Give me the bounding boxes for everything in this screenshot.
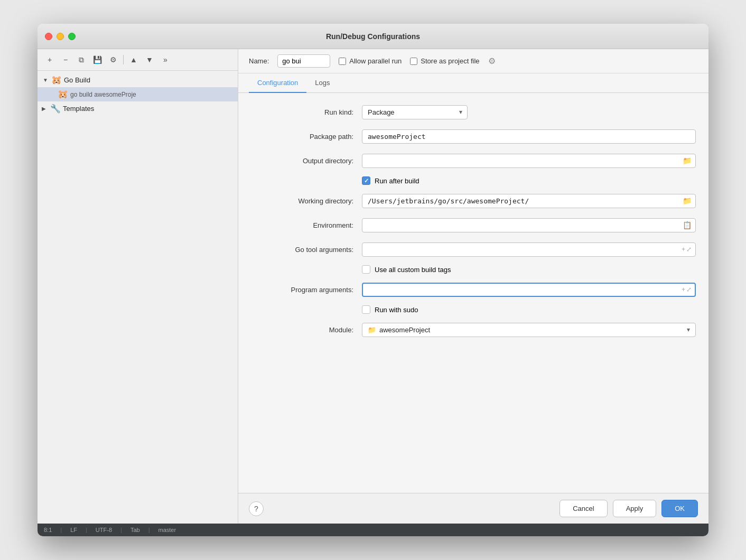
- apply-button[interactable]: Apply: [613, 500, 657, 517]
- go-build-group-label: Go Build: [64, 76, 90, 84]
- output-dir-browse-button[interactable]: 📁: [679, 154, 695, 167]
- working-dir-input[interactable]: [362, 194, 696, 208]
- run-after-build-row: Run after build: [362, 176, 696, 185]
- cancel-button[interactable]: Cancel: [559, 500, 607, 517]
- indent-type: Tab: [130, 527, 140, 533]
- package-path-row: Package path:: [251, 128, 696, 145]
- output-dir-input[interactable]: [362, 154, 696, 168]
- working-dir-input-wrapper: 📁: [362, 194, 696, 208]
- module-label: Module:: [251, 326, 362, 334]
- status-bar: 8:1 | LF | UTF-8 | Tab | master: [38, 524, 708, 536]
- run-kind-select-wrapper: Package: [362, 105, 468, 119]
- package-path-input[interactable]: [362, 129, 696, 144]
- remove-config-button[interactable]: −: [59, 53, 72, 66]
- run-with-sudo-label: Run with sudo: [375, 306, 418, 314]
- bottom-bar: ? Cancel Apply OK: [238, 493, 708, 524]
- run-kind-select[interactable]: Package: [362, 105, 468, 119]
- action-buttons: Cancel Apply OK: [559, 500, 698, 517]
- go-tool-args-control: + ⤢: [362, 242, 696, 257]
- run-with-sudo-row: Run with sudo: [362, 305, 696, 314]
- allow-parallel-checkbox[interactable]: [339, 58, 346, 65]
- working-dir-row: Working directory: 📁: [251, 192, 696, 209]
- environment-input[interactable]: [362, 218, 696, 232]
- sidebar: + − ⧉ 💾 ⚙ ▲ ▼ » ▼ 🐹 Go Build 🐹 go build …: [38, 49, 238, 524]
- environment-control: 📋: [362, 218, 696, 232]
- module-row: Module: 📁 awesomeProject: [251, 321, 696, 338]
- add-config-button[interactable]: +: [43, 53, 57, 66]
- run-after-build-label: Run after build: [375, 177, 419, 185]
- module-select[interactable]: 📁 awesomeProject: [362, 323, 696, 337]
- go-tool-args-input-wrapper: + ⤢: [362, 242, 696, 257]
- run-after-build-checkbox[interactable]: [362, 176, 370, 185]
- run-kind-row: Run kind: Package: [251, 104, 696, 120]
- working-dir-browse-button[interactable]: 📁: [679, 194, 695, 207]
- environment-label: Environment:: [251, 221, 362, 229]
- go-build-group-icon: 🐹: [51, 75, 62, 85]
- allow-parallel-label: Allow parallel run: [349, 57, 402, 65]
- ok-button[interactable]: OK: [661, 500, 698, 517]
- encoding: UTF-8: [96, 527, 112, 533]
- run-with-sudo-checkbox[interactable]: [362, 305, 370, 314]
- module-folder-icon: 📁: [368, 326, 376, 334]
- tree-expand-arrow: ▼: [43, 77, 49, 83]
- run-kind-label: Run kind:: [251, 108, 362, 116]
- right-panel: Name: Allow parallel run Store as projec…: [238, 49, 708, 524]
- program-args-input[interactable]: [362, 283, 696, 297]
- expand-icon: ⤢: [686, 286, 692, 293]
- cursor-position: 8:1: [44, 527, 52, 533]
- minimize-button[interactable]: [57, 33, 64, 40]
- more-options-button[interactable]: »: [158, 53, 172, 66]
- go-tool-args-label: Go tool arguments:: [251, 246, 362, 254]
- templates-label: Templates: [63, 105, 94, 113]
- tab-logs[interactable]: Logs: [306, 73, 338, 93]
- toolbar-separator: [123, 55, 124, 64]
- templates-item[interactable]: ▶ 🔧 Templates: [38, 101, 238, 116]
- store-settings-gear-icon[interactable]: ⚙: [488, 56, 496, 66]
- env-list-icon: 📋: [683, 221, 692, 229]
- go-build-group-item[interactable]: ▼ 🐹 Go Build: [38, 73, 238, 87]
- custom-build-tags-row: Use all custom build tags: [362, 265, 696, 274]
- store-as-project-checkbox[interactable]: [410, 58, 417, 65]
- save-config-button[interactable]: 💾: [90, 53, 104, 66]
- go-tool-args-row: Go tool arguments: + ⤢: [251, 241, 696, 258]
- expand-icon: ⤢: [686, 246, 692, 253]
- program-args-input-wrapper: + ⤢: [362, 283, 696, 297]
- maximize-button[interactable]: [68, 33, 76, 40]
- run-kind-control: Package: [362, 105, 696, 119]
- go-tool-args-expand-button[interactable]: + ⤢: [678, 244, 695, 255]
- sidebar-tree: ▼ 🐹 Go Build 🐹 go build awesomeProje ▶ 🔧…: [38, 71, 238, 524]
- name-label: Name:: [249, 57, 269, 65]
- dialog-title: Run/Debug Configurations: [326, 32, 420, 41]
- go-build-child-item[interactable]: 🐹 go build awesomeProje: [38, 87, 238, 101]
- output-dir-row: Output directory: 📁: [251, 152, 696, 169]
- move-up-button[interactable]: ▲: [127, 53, 141, 66]
- environment-edit-button[interactable]: 📋: [679, 219, 695, 231]
- plus-icon: +: [682, 286, 685, 293]
- go-tool-args-input[interactable]: [362, 242, 696, 257]
- close-button[interactable]: [45, 33, 52, 40]
- environment-row: Environment: 📋: [251, 217, 696, 234]
- tabs: Configuration Logs: [238, 73, 708, 93]
- working-dir-label: Working directory:: [251, 197, 362, 205]
- program-args-expand-button[interactable]: + ⤢: [678, 284, 695, 295]
- go-build-child-label: go build awesomeProje: [70, 91, 136, 98]
- copy-config-button[interactable]: ⧉: [74, 53, 88, 66]
- output-dir-input-wrapper: 📁: [362, 154, 696, 168]
- module-value: awesomeProject: [379, 326, 430, 334]
- custom-build-tags-checkbox[interactable]: [362, 265, 370, 274]
- form-area: Run kind: Package Package path:: [238, 93, 708, 493]
- store-as-project-group: Store as project file: [410, 57, 479, 65]
- environment-input-wrapper: 📋: [362, 218, 696, 232]
- program-args-control: + ⤢: [362, 283, 696, 297]
- folder-icon: 📁: [683, 197, 692, 205]
- tab-configuration[interactable]: Configuration: [249, 73, 306, 93]
- traffic-lights: [45, 33, 76, 40]
- help-button[interactable]: ?: [249, 501, 264, 516]
- store-as-project-label: Store as project file: [421, 57, 479, 65]
- move-down-button[interactable]: ▼: [143, 53, 156, 66]
- package-path-control: [362, 129, 696, 144]
- templates-arrow: ▶: [42, 106, 48, 111]
- program-args-label: Program arguments:: [251, 286, 362, 294]
- wrench-button[interactable]: ⚙: [106, 53, 120, 66]
- config-name-input[interactable]: [277, 54, 330, 68]
